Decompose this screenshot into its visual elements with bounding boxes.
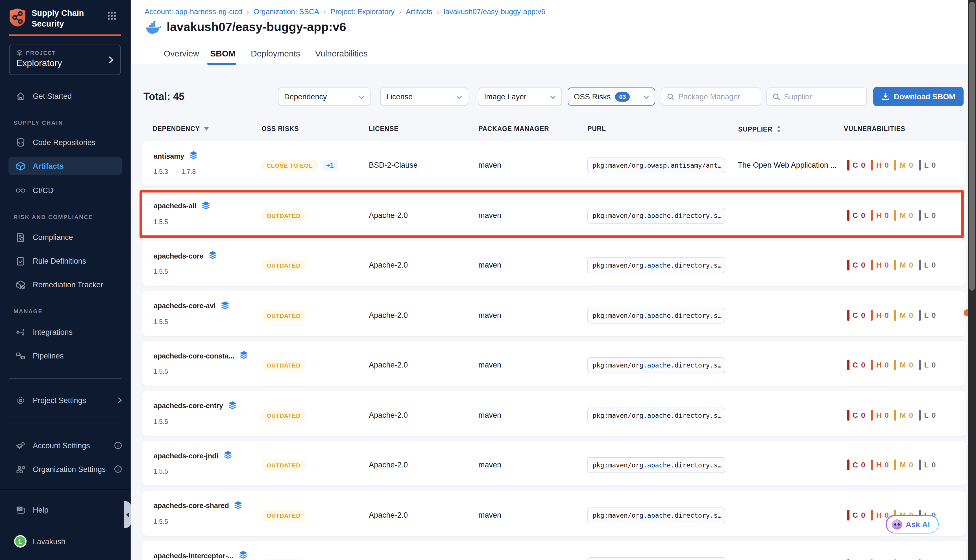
purl-pill[interactable]: pkg:maven/org.apache.directory.s… [587, 307, 725, 323]
sidebar-item-label: Artifacts [33, 162, 64, 170]
sidebar-collapse-handle[interactable] [124, 501, 131, 528]
vuln-count-M: M 0 [900, 311, 914, 319]
breadcrumb-item[interactable]: lavakush07/easy-buggy-app:v6 [444, 7, 546, 16]
scrollbar-thumb[interactable] [969, 2, 975, 291]
oss-risk-badge: CLOSE TO EOL [262, 160, 318, 171]
chevron-down-icon [550, 92, 556, 101]
purl-pill[interactable]: pkg:maven/org.apache.directory.s… [587, 457, 725, 473]
vuln-count-H: H 0 [876, 511, 889, 519]
sidebar-item-organization-settings[interactable]: Organization Settings [8, 460, 122, 478]
ai-bot-icon [892, 519, 902, 529]
search-supplier-input[interactable]: Supplier [766, 88, 867, 105]
download-sbom-button[interactable]: Download SBOM [873, 87, 964, 106]
breadcrumb-item[interactable]: Account: app-harness-ng-cicd [145, 7, 242, 16]
user-menu[interactable]: LLavakush [8, 532, 122, 550]
breadcrumb-item[interactable]: Artifacts [406, 7, 432, 16]
sidebar-item-rule-definitions[interactable]: Rule Definitions [8, 252, 122, 270]
purl-pill[interactable]: pkg:maven/org.apache.directory.s… [587, 557, 725, 560]
sidebar-item-code-repositories[interactable]: Code Repositories [8, 133, 122, 151]
filter-dropdown-license[interactable]: License [380, 88, 468, 105]
sidebar-item-label: CI/CD [33, 186, 53, 195]
license-cell: Apache-2.0 [369, 361, 408, 369]
layers-icon [229, 500, 243, 511]
sidebar-item-label: Project Settings [33, 396, 86, 405]
filter-dropdown-dependency[interactable]: Dependency [278, 88, 370, 105]
search-icon [772, 93, 780, 100]
tab-overview[interactable]: Overview [164, 48, 199, 58]
purl-pill[interactable]: pkg:maven/org.apache.directory.s… [587, 357, 725, 373]
vuln-count-M: M 0 [900, 161, 914, 169]
license-cell: Apache-2.0 [369, 261, 408, 269]
ask-ai-button[interactable]: Ask AI [886, 515, 939, 533]
package-manager-cell: maven [479, 411, 501, 419]
sidebar-item-help[interactable]: ?Help [8, 501, 122, 519]
project-selector[interactable]: PROJECT Exploratory [9, 45, 121, 75]
dependency-version: 1.5.3 [153, 168, 168, 175]
purl-pill[interactable]: pkg:maven/org.owasp.antisamy/ant… [587, 158, 725, 173]
filter-dropdown-image-layer[interactable]: Image Layer [478, 88, 562, 105]
sidebar-item-ci-cd[interactable]: CI/CD [8, 181, 122, 199]
vuln-count-C: C 0 [853, 511, 866, 519]
sidebar-section-manage: MANAGE [13, 308, 43, 315]
dependency-row-apacheds-core-entry[interactable]: apacheds-core-entry1.5.5OUTDATEDApache-2… [142, 391, 966, 435]
infinity-icon [16, 185, 25, 195]
dependency-row-apacheds-core-jndi[interactable]: apacheds-core-jndi1.5.5OUTDATEDApache-2.… [142, 441, 966, 485]
vuln-count-M: M 0 [900, 361, 914, 369]
sidebar-item-pipelines[interactable]: Pipelines [8, 347, 122, 365]
purl-pill[interactable]: pkg:maven/org.apache.directory.s… [587, 257, 725, 273]
version-arrow-icon: → [172, 168, 178, 175]
vuln-count-L: L 0 [924, 361, 936, 369]
breadcrumb: Account: app-harness-ng-cicd›Organizatio… [145, 7, 546, 16]
dependency-row-apacheds-interceptor-[interactable]: apacheds-interceptor-...1.5.5OUTDATEDApa… [142, 541, 966, 560]
sidebar-item-remediation-tracker[interactable]: Remediation Tracker [8, 275, 122, 293]
vulnerabilities-cell: C 0H 0M 0L 0 [847, 310, 941, 320]
dependency-row-apacheds-core-avl[interactable]: apacheds-core-avl1.5.5OUTDATEDApache-2.0… [142, 291, 966, 336]
tab-vulnerabilities[interactable]: Vulnerabilities [315, 48, 368, 58]
oss-risk-more-badge[interactable]: +1 [322, 160, 337, 171]
sidebar-bottom-divider [0, 489, 130, 490]
tab-sbom[interactable]: SBOM [210, 48, 235, 58]
dependency-name: apacheds-core-shared [153, 502, 229, 510]
sidebar-section-supply-chain: SUPPLY CHAIN [13, 120, 63, 126]
sidebar-item-artifacts[interactable]: Artifacts [8, 157, 122, 175]
document-search-icon [16, 232, 25, 242]
sidebar-item-project-settings[interactable]: Project Settings [8, 391, 122, 409]
tab-deployments[interactable]: Deployments [251, 48, 300, 58]
home-icon [16, 91, 25, 101]
app-grid-icon[interactable] [107, 11, 116, 20]
vuln-count-C: C 0 [853, 261, 866, 269]
filter-dropdown-oss-risks[interactable]: OSS Risks03 [568, 88, 655, 105]
breadcrumb-item[interactable]: Project: Exploratory [330, 7, 395, 16]
sidebar-item-get-started[interactable]: Get Started [8, 87, 122, 105]
ask-ai-label: Ask AI [906, 520, 930, 529]
sidebar-item-account-settings[interactable]: Account Settings [8, 437, 122, 455]
sidebar-item-label: Remediation Tracker [33, 280, 103, 289]
sidebar-item-label: Compliance [33, 233, 73, 241]
column-header-license: LICENSE [369, 125, 399, 132]
gear-icon [16, 395, 25, 405]
sidebar-item-compliance[interactable]: Compliance [8, 228, 122, 246]
column-header-dependency[interactable]: DEPENDENCY [152, 125, 209, 132]
chevron-down-icon [456, 92, 462, 101]
dependency-row-apacheds-core-shared[interactable]: apacheds-core-shared1.5.5OUTDATEDApache-… [142, 491, 966, 535]
dependency-row-apacheds-core[interactable]: apacheds-core1.5.5OUTDATEDApache-2.0mave… [142, 241, 966, 286]
license-cell: Apache-2.0 [369, 511, 408, 519]
breadcrumb-separator: › [247, 8, 249, 15]
sidebar-item-integrations[interactable]: Integrations [8, 323, 122, 341]
dependency-name: antisamy [153, 152, 184, 160]
sidebar-divider [9, 423, 122, 423]
user-avatar: L [14, 535, 27, 548]
dependency-row-apacheds-core-consta[interactable]: apacheds-core-consta...1.5.5OUTDATEDApac… [142, 341, 966, 385]
purl-pill[interactable]: pkg:maven/org.apache.directory.s… [587, 407, 725, 423]
package-manager-cell: maven [479, 511, 501, 519]
search-package-manager-input[interactable]: Package Manager [661, 88, 761, 105]
box-wrench-icon [16, 280, 25, 289]
dependency-version: 1.5.5 [153, 318, 168, 325]
column-header-purl: PURL [587, 125, 606, 132]
scrollbar[interactable] [968, 0, 976, 560]
dependency-row-antisamy[interactable]: antisamy1.5.3→1.7.8CLOSE TO EOL+1BSD-2-C… [142, 141, 966, 186]
package-manager-cell: maven [479, 161, 501, 169]
column-header-supplier[interactable]: SUPPLIER [738, 125, 781, 133]
breadcrumb-item[interactable]: Organization: SSCA [253, 7, 319, 16]
purl-pill[interactable]: pkg:maven/org.apache.directory.s… [587, 507, 725, 523]
